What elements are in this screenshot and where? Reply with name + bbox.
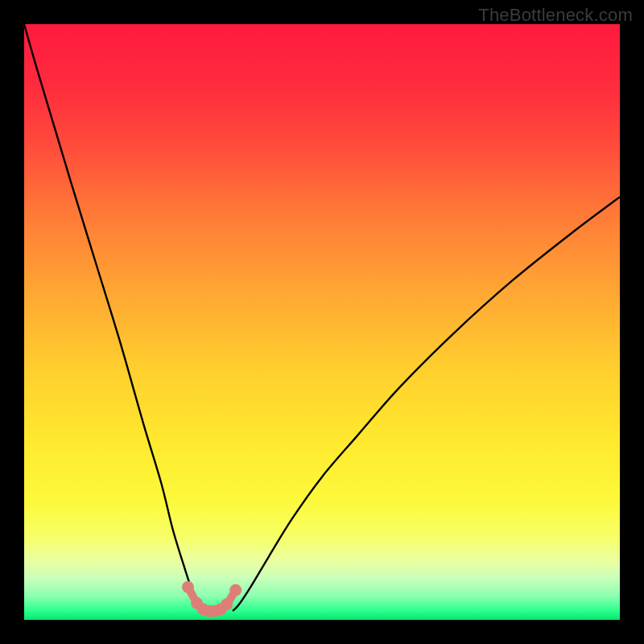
watermark-text: TheBottleneck.com [478,5,633,26]
plot-area [24,24,620,620]
outer-frame: TheBottleneck.com [0,0,644,644]
bottleneck-curve-left [24,24,206,611]
optimal-range-dot [221,598,233,610]
bottleneck-curve-right [233,197,620,611]
curves-layer [24,24,620,620]
optimal-range-dot [182,581,194,593]
optimal-range-dot [229,584,242,597]
